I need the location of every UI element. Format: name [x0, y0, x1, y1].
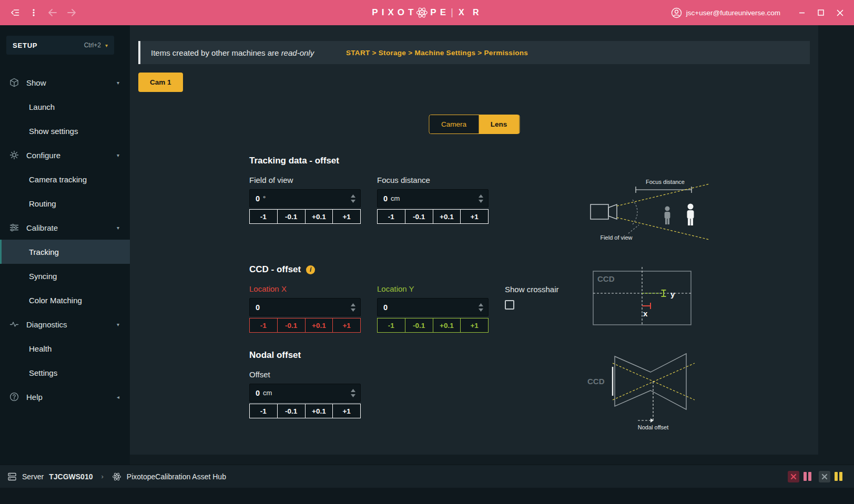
mode-shortcut: Ctrl+2 [84, 42, 101, 49]
step-button[interactable]: +1 [460, 318, 489, 333]
sidebar-group-show[interactable]: Show ▾ [0, 70, 130, 95]
kebab-menu-icon[interactable] [26, 5, 41, 20]
step-button[interactable]: +0.1 [305, 404, 333, 418]
step-button[interactable]: -0.1 [277, 209, 306, 224]
step-buttons: -1 -0.1 +0.1 +1 [249, 209, 361, 224]
pause-icon-yellow[interactable] [835, 472, 842, 481]
minimize-button[interactable] [795, 6, 809, 19]
sidebar-item-settings[interactable]: Settings [0, 361, 130, 385]
chevron-right-icon: › [101, 472, 103, 480]
step-button[interactable]: +0.1 [433, 318, 461, 333]
tab-lens[interactable]: Lens [479, 115, 519, 133]
step-button[interactable]: +0.1 [305, 209, 333, 224]
sidebar-group-calibrate[interactable]: Calibrate ▾ [0, 215, 130, 240]
spinner-down-icon [351, 308, 355, 312]
sidebar-item-camera-tracking[interactable]: Camera tracking [0, 167, 130, 191]
ccd-label: CCD [597, 274, 615, 283]
notice-message: Items created by other machines are read… [151, 48, 346, 57]
x-square-icon-gray[interactable] [819, 471, 830, 482]
sidebar-group-diagnostics[interactable]: Diagnostics ▾ [0, 312, 130, 336]
chevron-down-icon: ▾ [117, 225, 119, 231]
chevron-down-icon: ▾ [117, 152, 119, 158]
mode-selector[interactable]: SETUP Ctrl+2 ▾ [6, 36, 114, 55]
nodal-offset-input[interactable]: 0 cm [249, 384, 361, 402]
user-email[interactable]: jsc+user@futureuniverse.com [686, 9, 780, 17]
hub-name[interactable]: PixotopeCalibration Asset Hub [127, 472, 226, 481]
sidebar-group-label: Help [26, 393, 117, 402]
nodal-offset-group: Offset 0 cm -1 -0.1 +0.1 [249, 370, 361, 418]
step-button[interactable]: +1 [332, 404, 361, 418]
step-button[interactable]: -0.1 [405, 318, 433, 333]
field-of-view-input[interactable]: 0 ° [249, 189, 361, 208]
show-crosshair-label: Show crosshair [505, 285, 559, 294]
focus-distance-group: Focus distance 0 cm -1 -0.1 [377, 176, 489, 224]
sidebar-item-color-matching[interactable]: Color Matching [0, 288, 130, 312]
step-button[interactable]: +1 [332, 209, 361, 224]
server-label: Server [22, 472, 44, 481]
user-avatar-icon[interactable] [671, 7, 682, 18]
sidebar-group-help[interactable]: Help ◂ [0, 385, 130, 409]
ccd-label: CCD [587, 377, 605, 386]
step-button[interactable]: -0.1 [277, 318, 306, 333]
sidebar-item-show-settings[interactable]: Show settings [0, 119, 130, 143]
step-button[interactable]: -0.1 [405, 209, 433, 224]
sidebar-group-label: Configure [26, 151, 117, 160]
step-button[interactable]: -1 [249, 404, 278, 418]
number-spinner[interactable] [351, 384, 355, 402]
number-spinner[interactable] [351, 299, 355, 316]
step-button[interactable]: -0.1 [277, 404, 306, 418]
step-button[interactable]: -1 [249, 318, 278, 333]
location-x-input[interactable]: 0 [249, 298, 361, 316]
step-button[interactable]: +1 [460, 209, 489, 224]
step-buttons: -1 -0.1 +0.1 +1 [377, 209, 489, 224]
number-spinner[interactable] [479, 299, 483, 316]
x-offset-marker [642, 303, 650, 309]
sidebar-item-label: Routing [29, 199, 56, 208]
sidebar-item-syncing[interactable]: Syncing [0, 264, 130, 288]
number-spinner[interactable] [479, 190, 483, 207]
show-crosshair-checkbox[interactable] [505, 300, 514, 310]
atom-icon [415, 6, 428, 19]
spinner-down-icon [351, 394, 355, 397]
step-button[interactable]: +1 [332, 318, 361, 333]
step-button[interactable]: +0.1 [433, 209, 461, 224]
tab-camera[interactable]: Camera [429, 115, 479, 133]
step-buttons: -1 -0.1 +0.1 +1 [377, 318, 489, 333]
step-button[interactable]: -1 [249, 209, 278, 224]
cam-1-button[interactable]: Cam 1 [138, 73, 183, 92]
step-button[interactable]: -1 [377, 318, 405, 333]
logo-divider: | [451, 6, 453, 18]
spinner-down-icon [479, 200, 483, 203]
focus-distance-input[interactable]: 0 cm [377, 189, 489, 208]
location-y-input[interactable]: 0 [377, 298, 489, 316]
info-icon[interactable]: i [306, 265, 315, 274]
close-button[interactable] [833, 6, 847, 19]
notice-text: Items created by other machines are [151, 48, 281, 57]
step-button[interactable]: -1 [377, 209, 405, 224]
mode-label: SETUP [13, 42, 84, 49]
back-icon[interactable] [45, 5, 60, 20]
field-label: Field of view [249, 176, 361, 184]
breadcrumb[interactable]: START > Storage > Machine Settings > Per… [346, 49, 528, 57]
topbar-right: jsc+user@futureuniverse.com [671, 6, 847, 19]
ccd-diagram: CCD y x [592, 267, 695, 329]
maximize-button[interactable] [814, 6, 828, 19]
step-button[interactable]: +0.1 [305, 318, 333, 333]
sidebar-item-tracking[interactable]: Tracking [0, 240, 130, 264]
location-y-group: Location Y 0 -1 -0.1 +0.1 + [377, 284, 489, 333]
sidebar-item-launch[interactable]: Launch [0, 95, 130, 119]
sidebar-item-routing[interactable]: Routing [0, 191, 130, 215]
nodal-offset-label: Nodal offset [638, 424, 669, 430]
sidebar-item-health[interactable]: Health [0, 336, 130, 361]
forward-icon[interactable] [64, 5, 79, 20]
chevron-down-icon: ▾ [117, 322, 119, 327]
x-square-icon-red[interactable] [788, 471, 799, 482]
chevron-down-icon: ▾ [105, 43, 108, 48]
sidebar-collapse-icon[interactable] [7, 5, 22, 20]
pause-icon-pink[interactable] [804, 472, 811, 481]
spinner-up-icon [351, 389, 355, 392]
sidebar-group-configure[interactable]: Configure ▾ [0, 143, 130, 167]
number-spinner[interactable] [351, 190, 355, 207]
sidebar-item-label: Show settings [29, 127, 78, 136]
field-unit: cm [263, 389, 272, 397]
